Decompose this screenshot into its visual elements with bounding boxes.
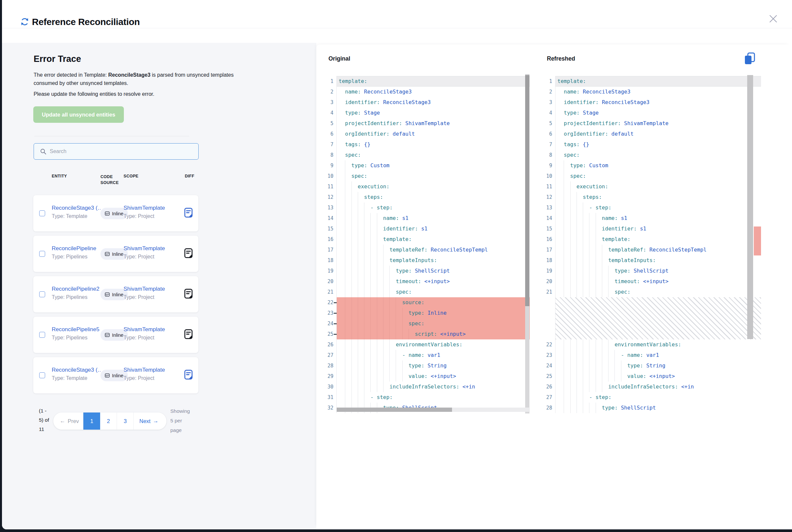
indent-guide: [377, 329, 377, 339]
refreshed-code-line: 22environmentVariables:: [544, 339, 761, 350]
prev-page-button[interactable]: ←Prev: [53, 413, 84, 430]
original-code-line: 12steps:: [326, 192, 530, 203]
indent-guide: [614, 360, 615, 371]
indent-guide: [370, 360, 371, 371]
yaml-key: type:: [627, 362, 643, 369]
page-button-3[interactable]: 3: [117, 413, 134, 430]
refreshed-code-line: 7tags: {}: [544, 139, 761, 150]
diff-icon-button[interactable]: [184, 208, 193, 217]
yaml-key: script:: [415, 331, 437, 337]
yaml-value: Stage: [583, 110, 598, 116]
close-icon[interactable]: [768, 13, 779, 24]
indent-guide: [583, 245, 583, 255]
scope-name-link[interactable]: ShivamTemplate: [124, 326, 180, 333]
error-description: The error detected in Template: Reconcil…: [34, 71, 251, 87]
scope-name-link[interactable]: ShivamTemplate: [124, 367, 180, 373]
code-text: - step:: [555, 392, 761, 403]
indent-guide: [345, 224, 345, 234]
yaml-value: ShellScript: [621, 404, 656, 411]
refreshed-code-line: 20timeout: <+input>: [544, 276, 761, 287]
page-button-1[interactable]: 1: [84, 413, 100, 430]
line-number: 14: [544, 213, 555, 224]
indent-guide: [583, 287, 583, 297]
refreshed-code-line: 8spec:: [544, 150, 761, 160]
indent-guide: [614, 371, 615, 382]
diff-icon-button[interactable]: [184, 370, 193, 380]
diff-icon-button[interactable]: [184, 289, 193, 299]
yaml-key: includeInfraSelectors:: [608, 383, 678, 390]
code-text: - name: var1: [555, 350, 761, 360]
pagination: ←Prev123Next→: [53, 413, 166, 430]
search-input[interactable]: [49, 144, 194, 159]
indent-guide: [389, 287, 390, 297]
indent-guide: [576, 371, 577, 382]
yaml-key: tags:: [345, 141, 361, 148]
entity-name-link[interactable]: ReconcilePipeline2: [52, 286, 100, 292]
yaml-key: orgIdentifier:: [345, 131, 389, 137]
indent-guide: [364, 297, 364, 308]
diff-icon-button[interactable]: [184, 329, 193, 339]
code-text: identifier: s1: [555, 224, 761, 234]
page-button-2[interactable]: 2: [100, 413, 117, 430]
indent-guide: [576, 255, 577, 266]
update-all-unsynced-entities-button[interactable]: Update all unsynced entities: [33, 106, 124, 123]
refreshed-code-line: 11execution:: [544, 182, 761, 192]
indent-guide: [358, 276, 358, 287]
entity-name-link[interactable]: ReconcilePipeline5: [52, 326, 100, 333]
indent-guide: [377, 276, 377, 287]
indent-guide: [358, 329, 358, 339]
next-page-button[interactable]: Next→: [134, 413, 166, 430]
refreshed-code-line: 15identifier: s1: [544, 224, 761, 234]
indent-guide: [583, 266, 583, 276]
line-number: 25: [544, 371, 555, 382]
indent-guide: [589, 213, 589, 224]
indent-guide: [402, 318, 403, 329]
scope-name-link[interactable]: ShivamTemplate: [124, 245, 180, 252]
yaml-key: - step:: [589, 205, 611, 211]
indent-guide: [589, 276, 589, 287]
scope-name-link[interactable]: ShivamTemplate: [124, 286, 180, 292]
row-checkbox[interactable]: [39, 332, 45, 338]
entity-name-link[interactable]: ReconcilePipeline: [52, 245, 100, 252]
yaml-key: spec:: [564, 152, 579, 158]
original-vertical-scrollbar-thumb[interactable]: [525, 75, 530, 306]
row-checkbox[interactable]: [39, 251, 45, 257]
yaml-key: spec:: [570, 173, 586, 179]
row-checkbox[interactable]: [39, 210, 45, 216]
indent-guide: [564, 182, 564, 192]
table-row: ReconcilePipelineType: PipelinesInlineSh…: [33, 236, 198, 272]
refreshed-code-line: 13- step:: [544, 203, 761, 213]
indent-guide: [345, 297, 345, 308]
line-number: 20: [326, 276, 337, 287]
indent-guide: [389, 329, 390, 339]
diff-icon-button[interactable]: [184, 248, 193, 258]
column-header-scope: SCOPE: [124, 174, 139, 178]
line-number: 24: [544, 360, 555, 371]
original-horizontal-scrollbar-thumb[interactable]: [337, 407, 452, 412]
indent-guide: [364, 245, 364, 255]
yaml-value: var1: [646, 352, 659, 358]
copy-icon[interactable]: [744, 52, 756, 65]
indent-guide: [370, 234, 371, 245]
refreshed-vertical-scrollbar-thumb[interactable]: [747, 75, 753, 339]
yaml-key: spec:: [614, 289, 630, 295]
indent-guide: [383, 350, 384, 360]
code-text: spec:: [337, 287, 530, 297]
indent-guide: [564, 171, 564, 182]
entity-name-link[interactable]: ReconcileStage3 (…: [52, 205, 100, 211]
row-checkbox[interactable]: [39, 372, 45, 378]
indent-guide: [370, 308, 371, 318]
indent-guide: [576, 287, 577, 297]
indent-guide: [364, 350, 364, 360]
indent-guide: [364, 287, 364, 297]
scope-name-link[interactable]: ShivamTemplate: [124, 205, 180, 211]
row-checkbox[interactable]: [39, 291, 45, 297]
indent-guide: [345, 255, 345, 266]
inline-source-icon: [105, 373, 110, 378]
indent-guide: [377, 308, 377, 318]
entity-name-link[interactable]: ReconcileStage3 (…: [52, 367, 100, 373]
refreshed-code-line: 1template:: [544, 76, 761, 87]
indent-guide: [602, 255, 602, 266]
indent-guide: [351, 382, 352, 392]
diff-document-icon: [184, 370, 193, 380]
